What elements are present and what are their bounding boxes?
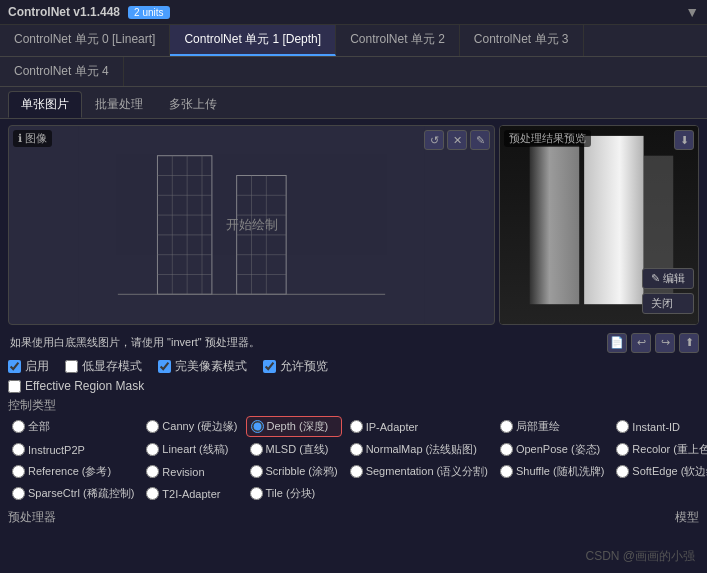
close-preprocessor-button[interactable]: 关闭 — [642, 293, 694, 314]
radio-softedge[interactable]: SoftEdge (软边缘) — [612, 462, 707, 481]
close-image-button[interactable]: ✕ — [447, 130, 467, 150]
radio-recolor[interactable]: Recolor (重上色) — [612, 440, 707, 459]
radio-all[interactable]: 全部 — [8, 416, 138, 437]
content-area: ℹ 图像 ↺ ✕ ✎ — [0, 119, 707, 532]
invert-notice: 如果使用白底黑线图片，请使用 "invert" 预处理器。 — [8, 335, 262, 350]
radio-shuffle[interactable]: Shuffle (随机洗牌) — [496, 462, 608, 481]
radio-tile[interactable]: Tile (分块) — [246, 484, 342, 503]
tab-unit2[interactable]: ControlNet 单元 2 — [336, 25, 460, 56]
radio-t2i-adapter[interactable]: T2I-Adapter — [142, 484, 241, 503]
tab-unit0[interactable]: ControlNet 单元 0 [Lineart] — [0, 25, 170, 56]
control-type-grid: 全部 Canny (硬边缘) Depth (深度) IP-Adapter 局部重… — [8, 416, 699, 503]
radio-depth[interactable]: Depth (深度) — [246, 416, 342, 437]
radio-instructp2p[interactable]: InstructP2P — [8, 440, 138, 459]
model-label: 模型 — [675, 509, 699, 526]
reset-button[interactable]: ↺ — [424, 130, 444, 150]
redo-button[interactable]: ↪ — [655, 333, 675, 353]
radio-lineart[interactable]: Lineart (线稿) — [142, 440, 241, 459]
image-panel-controls: ↺ ✕ ✎ — [424, 130, 490, 150]
low-vram-checkbox[interactable]: 低显存模式 — [65, 358, 142, 375]
main-tabs: ControlNet 单元 0 [Lineart] ControlNet 单元 … — [0, 25, 707, 57]
control-type-section: 控制类型 全部 Canny (硬边缘) Depth (深度) IP-Adapte… — [8, 397, 699, 503]
preview-label-text: 预处理结果预览 — [504, 130, 591, 147]
enable-checkbox[interactable]: 启用 — [8, 358, 49, 375]
sub-tab-single[interactable]: 单张图片 — [8, 91, 82, 118]
effective-region-row: Effective Region Mask — [8, 379, 699, 393]
perfect-pixel-checkbox[interactable]: 完美像素模式 — [158, 358, 247, 375]
radio-instant-id[interactable]: Instant-ID — [612, 416, 707, 437]
undo-button[interactable]: ↩ — [631, 333, 651, 353]
control-type-label: 控制类型 — [8, 397, 699, 414]
image-label-text: 图像 — [25, 131, 47, 146]
radio-mlsd[interactable]: MLSD (直线) — [246, 440, 342, 459]
allow-preview-checkbox[interactable]: 允许预览 — [263, 358, 328, 375]
sub-tab-batch[interactable]: 批量处理 — [82, 91, 156, 118]
app-title: ControlNet v1.1.448 — [8, 5, 120, 19]
sub-tabs: 单张图片 批量处理 多张上传 — [0, 87, 707, 119]
side-edit-buttons: ✎ 编辑 关闭 — [642, 268, 694, 314]
radio-ip-adapter[interactable]: IP-Adapter — [346, 416, 492, 437]
edit-preprocessor-button[interactable]: ✎ 编辑 — [642, 268, 694, 289]
radio-segmentation[interactable]: Segmentation (语义分割) — [346, 462, 492, 481]
tab-unit1[interactable]: ControlNet 单元 1 [Depth] — [170, 25, 336, 56]
edit-image-button[interactable]: ✎ — [470, 130, 490, 150]
preview-panel: 预处理结果预览 ⬇ — [499, 125, 699, 325]
radio-reference[interactable]: Reference (参考) — [8, 462, 138, 481]
doc-icon-button[interactable]: 📄 — [607, 333, 627, 353]
tab-unit4[interactable]: ControlNet 单元 4 — [0, 57, 124, 86]
download-button[interactable]: ⬇ — [674, 130, 694, 150]
preprocessor-label: 预处理器 — [8, 509, 56, 526]
tab-unit3[interactable]: ControlNet 单元 3 — [460, 25, 584, 56]
radio-canny[interactable]: Canny (硬边缘) — [142, 416, 241, 437]
svg-rect-21 — [530, 146, 580, 304]
units-badge: 2 units — [128, 6, 169, 19]
radio-local[interactable]: 局部重绘 — [496, 416, 608, 437]
options-row: 启用 低显存模式 完美像素模式 允许预览 — [8, 358, 699, 375]
radio-sparsectrl[interactable]: SparseCtrl (稀疏控制) — [8, 484, 138, 503]
image-panel-label: ℹ 图像 — [13, 130, 52, 147]
main-tabs-row2: ControlNet 单元 4 — [0, 57, 707, 87]
title-bar: ControlNet v1.1.448 2 units ▼ — [0, 0, 707, 25]
radio-revision[interactable]: Revision — [142, 462, 241, 481]
sketch-image — [9, 126, 494, 324]
svg-rect-22 — [584, 136, 643, 304]
image-panel: ℹ 图像 ↺ ✕ ✎ — [8, 125, 495, 325]
image-row: ℹ 图像 ↺ ✕ ✎ — [8, 125, 699, 325]
bottom-row: 预处理器 模型 — [8, 509, 699, 526]
info-icon: ℹ — [18, 132, 22, 145]
radio-openpose[interactable]: OpenPose (姿态) — [496, 440, 608, 459]
watermark: CSDN @画画的小强 — [585, 548, 695, 565]
effective-region-checkbox[interactable]: Effective Region Mask — [8, 379, 144, 393]
chevron-right-icon: ▼ — [685, 4, 699, 20]
upload-button[interactable]: ⬆ — [679, 333, 699, 353]
radio-scribble[interactable]: Scribble (涂鸦) — [246, 462, 342, 481]
radio-normalmap[interactable]: NormalMap (法线贴图) — [346, 440, 492, 459]
edit-icon: ✎ — [651, 272, 660, 285]
sub-tab-multi[interactable]: 多张上传 — [156, 91, 230, 118]
